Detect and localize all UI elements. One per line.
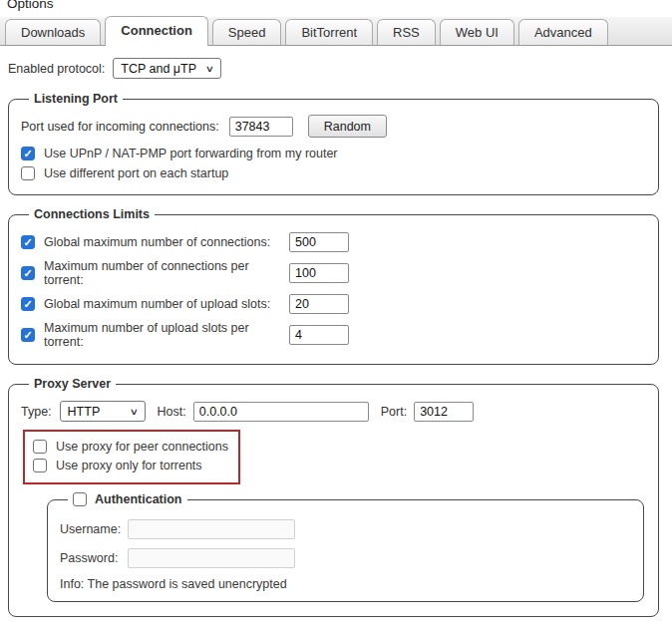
max-upload-slots-per-torrent-checkbox[interactable]: [21, 328, 35, 342]
upnp-checkbox[interactable]: [21, 147, 35, 160]
connection-tab-panel: Enabled protocol: TCP and μTP ∨ Listenin…: [0, 46, 672, 627]
authentication-checkbox[interactable]: [73, 492, 87, 506]
global-max-connections-checkbox[interactable]: [21, 235, 35, 249]
proxy-type-label: Type:: [21, 405, 52, 419]
username-row: Username:: [60, 519, 631, 539]
authentication-legend: Authentication: [68, 492, 187, 506]
global-max-upload-slots-label: Global maximum number of upload slots:: [44, 297, 289, 311]
max-upload-slots-per-torrent-row: Maximum number of upload slots per torre…: [21, 321, 646, 349]
proxy-type-value: HTTP: [68, 405, 101, 419]
global-max-upload-slots-checkbox[interactable]: [21, 297, 35, 311]
proxy-settings-row: Type: HTTP ∨ Host: Port:: [21, 401, 646, 422]
incoming-port-input[interactable]: [229, 117, 293, 137]
tab-connection[interactable]: Connection: [105, 16, 208, 46]
username-label: Username:: [60, 522, 128, 536]
tab-downloads[interactable]: Downloads: [5, 19, 101, 45]
tab-webui[interactable]: Web UI: [440, 19, 514, 45]
different-port-label: Use different port on each startup: [44, 166, 228, 180]
proxy-peer-connections-checkbox[interactable]: [33, 440, 47, 454]
max-upload-slots-per-torrent-label: Maximum number of upload slots per torre…: [44, 321, 289, 349]
upnp-row: Use UPnP / NAT-PMP port forwarding from …: [21, 147, 646, 160]
max-connections-per-torrent-input[interactable]: [289, 263, 349, 283]
global-max-upload-slots-input[interactable]: [289, 294, 349, 314]
authentication-legend-label: Authentication: [95, 492, 182, 506]
proxy-only-torrents-row: Use proxy only for torrents: [33, 459, 230, 472]
max-connections-per-torrent-row: Maximum number of connections per torren…: [21, 259, 646, 287]
chevron-down-icon: ∨: [130, 407, 139, 417]
dialog-title-bar: Options: [0, 0, 672, 13]
max-connections-per-torrent-checkbox[interactable]: [21, 266, 35, 280]
global-max-upload-slots-row: Global maximum number of upload slots:: [21, 294, 646, 314]
proxy-peer-connections-row: Use proxy for peer connections: [33, 440, 230, 454]
global-max-connections-row: Global maximum number of connections:: [21, 232, 646, 252]
upnp-label: Use UPnP / NAT-PMP port forwarding from …: [44, 147, 338, 160]
enabled-protocol-row: Enabled protocol: TCP and μTP ∨: [8, 58, 659, 79]
proxy-port-label: Port:: [381, 405, 407, 419]
incoming-port-label: Port used for incoming connections:: [21, 120, 219, 134]
password-info-text: Info: The password is saved unencrypted: [60, 577, 631, 591]
chevron-down-icon: ∨: [205, 64, 214, 74]
proxy-peer-connections-label: Use proxy for peer connections: [56, 440, 228, 454]
proxy-only-torrents-label: Use proxy only for torrents: [56, 459, 202, 472]
annotation-highlight-box: Use proxy for peer connections Use proxy…: [23, 430, 240, 484]
tab-speed[interactable]: Speed: [212, 19, 282, 45]
enabled-protocol-select[interactable]: TCP and μTP ∨: [113, 58, 220, 79]
dialog-title: Options: [7, 0, 672, 11]
connections-limits-legend: Connections Limits: [29, 207, 155, 221]
random-port-button[interactable]: Random: [308, 115, 387, 138]
username-input[interactable]: [128, 519, 295, 539]
max-connections-per-torrent-label: Maximum number of connections per torren…: [44, 259, 289, 287]
password-row: Password:: [60, 548, 631, 568]
max-upload-slots-per-torrent-input[interactable]: [289, 325, 349, 345]
enabled-protocol-label: Enabled protocol:: [8, 62, 105, 76]
proxy-port-input[interactable]: [414, 402, 474, 422]
connections-limits-section: Connections Limits Global maximum number…: [8, 207, 659, 365]
password-label: Password:: [60, 551, 128, 565]
proxy-server-legend: Proxy Server: [29, 377, 116, 391]
proxy-server-section: Proxy Server Type: HTTP ∨ Host: Port: Us…: [8, 377, 659, 617]
password-input[interactable]: [128, 548, 295, 568]
proxy-type-select[interactable]: HTTP ∨: [60, 401, 146, 422]
listening-port-legend: Listening Port: [29, 92, 123, 106]
proxy-host-label: Host:: [158, 405, 186, 419]
proxy-only-torrents-checkbox[interactable]: [33, 459, 47, 472]
authentication-section: Authentication Username: Password: Info:…: [47, 492, 644, 602]
listening-port-section: Listening Port Port used for incoming co…: [8, 92, 659, 195]
enabled-protocol-value: TCP and μTP: [121, 62, 196, 76]
incoming-port-row: Port used for incoming connections: Rand…: [21, 115, 646, 138]
global-max-connections-input[interactable]: [289, 232, 349, 252]
tab-bittorrent[interactable]: BitTorrent: [285, 19, 373, 45]
tab-rss[interactable]: RSS: [377, 19, 436, 45]
proxy-host-input[interactable]: [193, 402, 369, 422]
different-port-checkbox[interactable]: [21, 166, 35, 180]
options-tab-bar: Downloads Connection Speed BitTorrent RS…: [0, 17, 672, 46]
global-max-connections-label: Global maximum number of connections:: [44, 235, 289, 249]
tab-advanced[interactable]: Advanced: [518, 19, 608, 45]
different-port-row: Use different port on each startup: [21, 166, 646, 180]
